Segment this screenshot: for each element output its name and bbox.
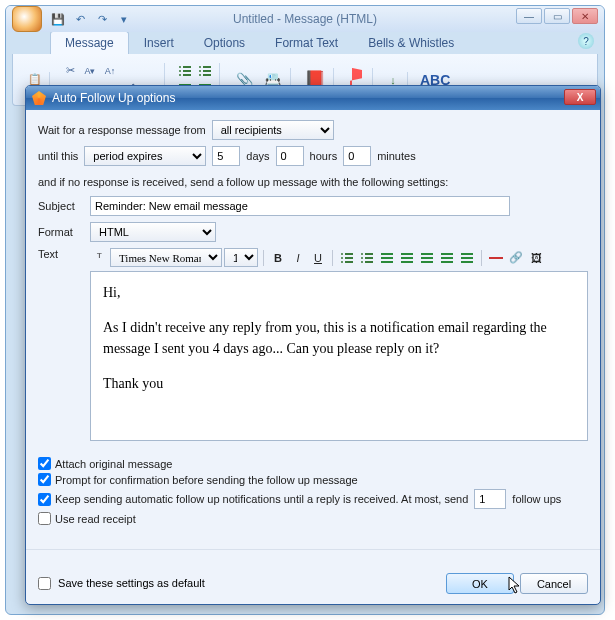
bullets-icon[interactable] (177, 63, 193, 79)
format-select[interactable]: HTML (90, 222, 216, 242)
auto-follow-up-dialog: Auto Follow Up options X Wait for a resp… (25, 85, 601, 605)
qat-dropdown-icon[interactable]: ▾ (116, 11, 132, 27)
editor-numbers-icon[interactable] (358, 249, 376, 267)
tab-bells-whistles[interactable]: Bells & Whistles (353, 31, 469, 54)
close-window-button[interactable]: ✕ (572, 8, 598, 24)
dialog-close-button[interactable]: X (564, 89, 596, 105)
minutes-label: minutes (377, 150, 416, 162)
editor-bullets-icon[interactable] (338, 249, 356, 267)
hours-label: hours (310, 150, 338, 162)
save-default-checkbox[interactable]: Save these settings as default (38, 577, 205, 591)
editor-bold-icon[interactable]: B (269, 249, 287, 267)
undo-icon[interactable]: ↶ (72, 11, 88, 27)
minutes-input[interactable] (343, 146, 371, 166)
body-signoff: Thank you (103, 373, 575, 394)
dialog-titlebar: Auto Follow Up options X (26, 86, 600, 110)
attach-original-input[interactable] (38, 457, 51, 470)
ok-button[interactable]: OK (446, 573, 514, 594)
editor-toolbar: Times New Roman 12 B I U (90, 248, 588, 267)
keep-sending-checkbox[interactable]: Keep sending automatic follow up notific… (38, 489, 588, 509)
align-right-icon[interactable] (458, 249, 476, 267)
days-label: days (246, 150, 269, 162)
insert-image-icon[interactable] (527, 249, 545, 267)
format-label: Format (38, 226, 84, 238)
insert-hr-icon[interactable] (487, 249, 505, 267)
insert-link-icon[interactable] (507, 249, 525, 267)
period-select[interactable]: period expires (84, 146, 206, 166)
font-size-select[interactable]: 12 (224, 248, 258, 267)
read-receipt-input[interactable] (38, 512, 51, 525)
quick-access-toolbar: 💾 ↶ ↷ ▾ (50, 11, 132, 27)
text-style-icon[interactable] (90, 249, 108, 267)
read-receipt-checkbox[interactable]: Use read receipt (38, 512, 588, 525)
minimize-button[interactable]: — (516, 8, 542, 24)
tab-format-text[interactable]: Format Text (260, 31, 353, 54)
prompt-confirm-input[interactable] (38, 473, 51, 486)
editor-outdent-icon[interactable] (378, 249, 396, 267)
grow-font-icon[interactable]: A↑ (102, 63, 118, 79)
tab-insert[interactable]: Insert (129, 31, 189, 54)
days-input[interactable] (212, 146, 240, 166)
max-followups-input[interactable] (474, 489, 506, 509)
redo-icon[interactable]: ↷ (94, 11, 110, 27)
dialog-title: Auto Follow Up options (52, 91, 175, 105)
numbering-icon[interactable] (197, 63, 213, 79)
office-orb[interactable] (12, 6, 42, 32)
dialog-icon (32, 91, 46, 105)
body-main: As I didn't receive any reply from you, … (103, 317, 575, 359)
no-response-text: and if no response is received, send a f… (38, 176, 588, 188)
body-greeting: Hi, (103, 282, 575, 303)
until-label: until this (38, 150, 78, 162)
editor-italic-icon[interactable]: I (289, 249, 307, 267)
editor-indent-icon[interactable] (398, 249, 416, 267)
align-left-icon[interactable] (418, 249, 436, 267)
help-icon[interactable]: ? (578, 33, 594, 49)
tab-options[interactable]: Options (189, 31, 260, 54)
attach-original-checkbox[interactable]: Attach original message (38, 457, 588, 470)
font-name-select[interactable]: Times New Roman (110, 248, 222, 267)
maximize-button[interactable]: ▭ (544, 8, 570, 24)
save-default-input[interactable] (38, 577, 51, 590)
align-center-icon[interactable] (438, 249, 456, 267)
cancel-button[interactable]: Cancel (520, 573, 588, 594)
prompt-confirm-checkbox[interactable]: Prompt for confirmation before sending t… (38, 473, 588, 486)
wait-label: Wait for a response message from (38, 124, 206, 136)
recipients-select[interactable]: all recipients (212, 120, 334, 140)
tab-message[interactable]: Message (50, 31, 129, 54)
text-label: Text (38, 248, 84, 260)
cut-icon[interactable]: ✂ (62, 63, 78, 79)
message-editor[interactable]: Hi, As I didn't receive any reply from y… (90, 271, 588, 441)
subject-label: Subject (38, 200, 84, 212)
subject-input[interactable] (90, 196, 510, 216)
ribbon-tabs: Message Insert Options Format Text Bells… (50, 31, 604, 54)
editor-underline-icon[interactable]: U (309, 249, 327, 267)
font-dropdown-icon[interactable]: A▾ (82, 63, 98, 79)
keep-sending-input[interactable] (38, 493, 51, 506)
outer-titlebar: 💾 ↶ ↷ ▾ Untitled - Message (HTML) — ▭ ✕ (6, 6, 604, 32)
save-icon[interactable]: 💾 (50, 11, 66, 27)
hours-input[interactable] (276, 146, 304, 166)
